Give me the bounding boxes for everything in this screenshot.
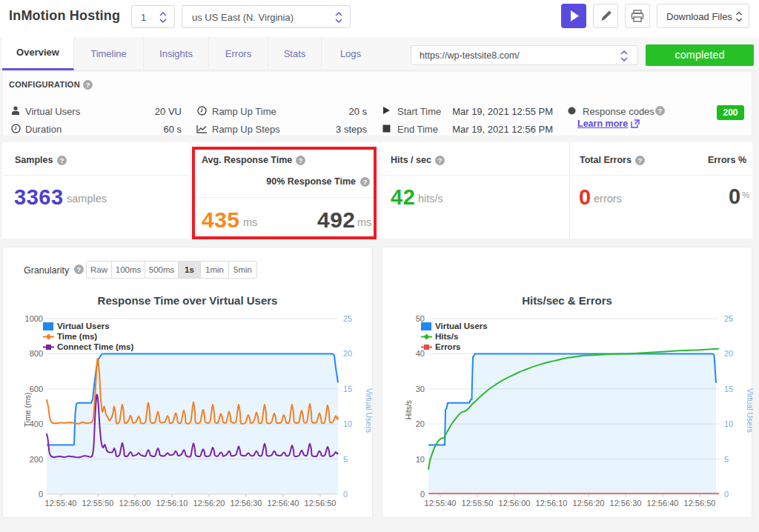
svg-text:200: 200 — [30, 455, 43, 464]
svg-text:10: 10 — [343, 419, 352, 428]
svg-text:800: 800 — [30, 349, 43, 358]
svg-text:12:56:40: 12:56:40 — [268, 499, 299, 508]
svg-text:12:55:40: 12:55:40 — [425, 499, 457, 508]
svg-text:12:56:10: 12:56:10 — [536, 499, 568, 508]
svg-text:5: 5 — [343, 455, 348, 464]
svg-text:5: 5 — [724, 455, 729, 464]
svg-text:12:56:00: 12:56:00 — [499, 499, 531, 508]
svg-text:12:55:50: 12:55:50 — [82, 499, 114, 508]
svg-text:12:56:40: 12:56:40 — [647, 499, 679, 508]
svg-text:Time (ms): Time (ms) — [57, 332, 97, 341]
svg-text:12:56:20: 12:56:20 — [573, 499, 605, 508]
svg-text:0: 0 — [724, 490, 729, 499]
svg-text:12:56:30: 12:56:30 — [610, 499, 642, 508]
svg-text:600: 600 — [30, 385, 43, 393]
svg-text:Time (ms): Time (ms) — [23, 393, 32, 428]
svg-text:20: 20 — [724, 349, 733, 358]
svg-text:Virtual Users: Virtual Users — [435, 322, 488, 330]
svg-text:12:56:00: 12:56:00 — [119, 499, 151, 508]
svg-text:50: 50 — [416, 314, 425, 323]
svg-text:12:56:50: 12:56:50 — [305, 499, 337, 508]
svg-text:1000: 1000 — [25, 314, 43, 323]
svg-text:12:55:40: 12:55:40 — [45, 499, 77, 508]
svg-text:20: 20 — [416, 419, 425, 428]
svg-text:0: 0 — [420, 490, 425, 499]
svg-text:12:56:20: 12:56:20 — [193, 499, 225, 508]
svg-text:12:56:50: 12:56:50 — [684, 499, 716, 508]
svg-text:40: 40 — [416, 349, 425, 358]
svg-text:12:56:30: 12:56:30 — [231, 499, 262, 508]
svg-text:0: 0 — [39, 490, 43, 499]
svg-text:Virtual Users: Virtual Users — [746, 388, 753, 433]
svg-text:10: 10 — [416, 455, 425, 464]
svg-text:Virtual Users: Virtual Users — [365, 388, 374, 433]
svg-text:Virtual Users: Virtual Users — [57, 322, 110, 330]
svg-text:25: 25 — [724, 314, 733, 323]
svg-text:0: 0 — [343, 490, 348, 499]
svg-text:15: 15 — [724, 385, 733, 393]
svg-text:30: 30 — [416, 385, 425, 393]
svg-text:12:55:50: 12:55:50 — [462, 499, 494, 508]
svg-text:Connect Time (ms): Connect Time (ms) — [57, 342, 133, 351]
svg-text:Hits/s: Hits/s — [435, 332, 458, 341]
svg-text:20: 20 — [343, 349, 352, 358]
svg-text:10: 10 — [724, 419, 733, 428]
svg-text:12:56:10: 12:56:10 — [156, 499, 188, 508]
svg-text:15: 15 — [343, 385, 352, 393]
svg-text:25: 25 — [343, 314, 352, 323]
svg-text:Errors: Errors — [435, 342, 461, 351]
svg-text:Hits/s: Hits/s — [404, 400, 413, 419]
